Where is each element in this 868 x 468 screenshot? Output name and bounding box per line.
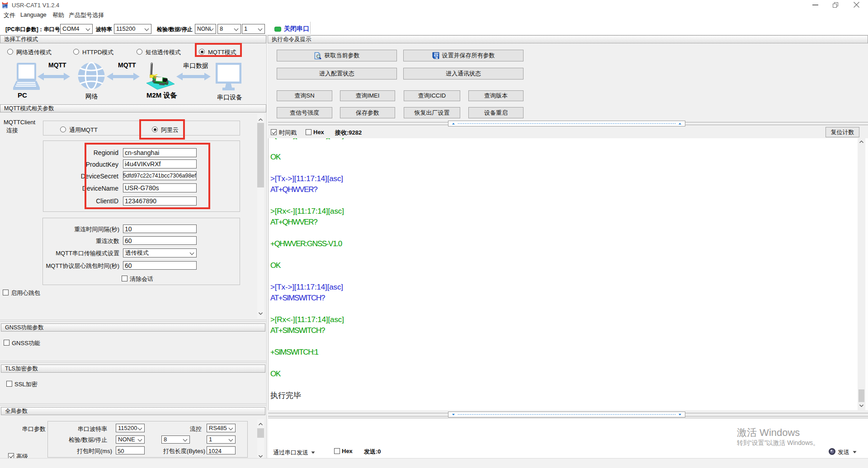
svg-text:MQTT: MQTT [48,61,66,69]
svg-text:MQTT: MQTT [118,61,136,69]
